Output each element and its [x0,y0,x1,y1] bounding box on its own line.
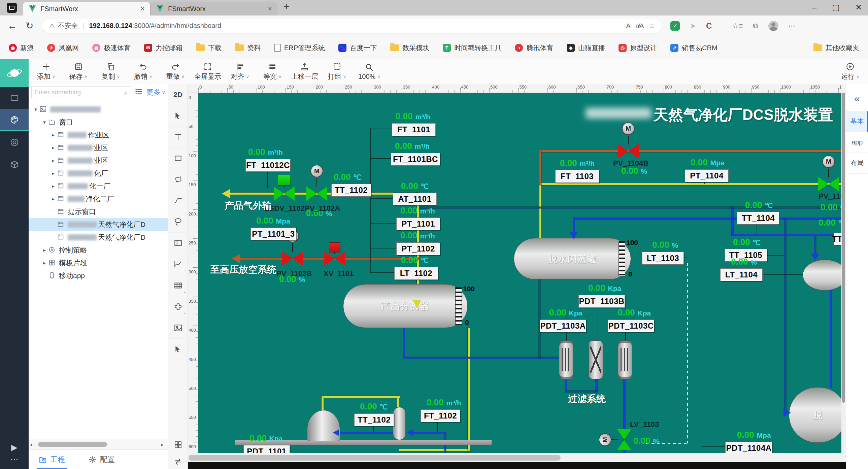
tag-TT_1104[interactable]: TT_1104 [737,212,779,225]
adblock-extension-icon[interactable]: ✓ [670,21,680,31]
collapse-panel-icon[interactable]: « [854,84,860,111]
tree-search[interactable]: ⌕ [31,86,131,98]
tree-node-化厂[interactable]: ▸化厂 [29,167,168,180]
tag-PT_1101_3[interactable]: PT_1101_3 [250,228,296,240]
tree-node-redacted[interactable]: ▾ [29,103,168,116]
tree-node-业区[interactable]: ▸业区 [29,142,168,154]
url-field[interactable]: ⚠不安全 | 192.168.0.124:3000/#/admin/hmi/da… [42,19,661,33]
bookmark-sports[interactable]: ◍极速体育 [92,43,131,53]
toolbar-align-button[interactable]: 对齐∨ [224,62,256,81]
tree-node-窗口[interactable]: ▾窗口 [29,116,168,129]
tab-close-icon[interactable]: × [141,4,145,13]
toolbar-group-button[interactable]: 打组∨ [321,62,353,81]
tag-PDT_1103B[interactable]: PDT_1103B [579,295,625,308]
canvas-hscrollbar[interactable] [188,453,846,462]
scrollbar-handle[interactable] [842,93,845,403]
tag-FT_1102[interactable]: FT_1102 [421,409,460,422]
tag-PDT_1103C[interactable]: PDT_1103C [608,319,654,332]
tag-FT_1101[interactable]: FT_1101 [392,123,436,136]
more-icon[interactable]: ⋯ [10,455,19,464]
window-minimize-button[interactable]: – [812,3,816,12]
valve[interactable] [274,187,294,201]
tree-node-移动app[interactable]: 移动app [29,269,168,282]
valve[interactable] [306,187,327,201]
security-warning[interactable]: ⚠不安全 [49,21,78,30]
back-icon[interactable]: ← [7,21,17,31]
panel-tab-配置[interactable]: 配置 [89,450,115,469]
tag-LT_1104[interactable]: LT_1104 [720,268,763,281]
expand-icon[interactable]: › [183,247,187,251]
tree-node-天然气净化厂D[interactable]: 天然气净化厂D [29,218,168,231]
collections-icon[interactable]: ☆≡ [732,22,743,30]
chevron-down-icon[interactable]: ∨ [149,74,153,79]
search-icon[interactable]: ⌕ [124,89,128,96]
tree-node-提示窗口[interactable]: 提示窗口 [29,206,168,218]
tag-TT_11[interactable]: TT_11 [834,233,841,245]
tool-image[interactable]: › [168,317,188,339]
bookmark-cat[interactable]: ◆山猫直播 [567,43,605,53]
caret-down-icon[interactable]: ▾ [32,106,39,113]
tool-freeform[interactable] [168,212,188,233]
tree-node-控制策略[interactable]: ▸控制策略 [29,244,168,256]
tag-PT_1104[interactable]: PT_1104 [685,169,728,182]
chevron-down-icon[interactable]: ∨ [856,74,860,79]
caret-right-icon[interactable]: ▸ [41,247,48,253]
caret-right-icon[interactable]: ▸ [50,196,57,202]
tool-pipe[interactable] [168,190,188,212]
chevron-down-icon[interactable]: ∨ [278,74,282,79]
tool-select[interactable] [168,105,188,127]
toolbar-copy-button[interactable]: 复制∨ [95,62,127,81]
favorite-star-icon[interactable]: ☆ [649,22,655,30]
copilot-copy-icon[interactable]: ⧉ [753,22,758,30]
tree-node-业区[interactable]: ▸业区 [29,154,168,167]
toolbar-save-button[interactable]: 保存∨ [62,62,95,81]
window-close-button[interactable]: ✕ [855,3,862,12]
scroll-left-icon[interactable]: ◂ [30,442,35,447]
expand-icon[interactable]: › [183,353,187,357]
tab-close-icon[interactable]: × [268,4,272,13]
tool-rectangle[interactable] [168,148,188,169]
tag-PT_1101[interactable]: PT_1101 [396,218,440,230]
toolbar-redo-button[interactable]: 重做∨ [159,62,192,81]
swap-icon[interactable] [174,458,182,466]
bookmark-sina[interactable]: ◉新浪 [9,43,34,53]
tag-TT_1102[interactable]: TT_1102 [354,413,394,426]
tool-chart[interactable]: › [168,254,188,275]
tool-widget[interactable]: › [168,296,188,317]
tag-PDT_1101[interactable]: PDT_1101 [243,445,290,453]
property-tab-布局[interactable]: 布局 [846,153,868,174]
tag-FT_11012C[interactable]: FT_11012C [245,159,290,172]
tool-pointer-extra[interactable]: › [168,339,188,360]
tag-FT_1103[interactable]: FT_1103 [555,170,599,183]
extension-gray-icon[interactable]: ➤ [690,22,696,30]
tag-AT_1101[interactable]: AT_1101 [393,193,437,206]
run-button[interactable]: 运行∨ [836,62,865,81]
toolbar-plus-button[interactable]: 添加∨ [30,62,62,81]
extension-c-icon[interactable]: C [706,21,712,31]
bookmark-tool[interactable]: T时间戳转换工具 [443,43,501,53]
translate-icon[interactable]: a̸A [636,22,644,30]
tag-PDT_1103A[interactable]: PDT_1103A [540,319,586,332]
tool-table[interactable]: › [168,275,188,296]
bookmark-pin[interactable]: ◎原型设计 [619,43,657,53]
tree-node-净化二厂[interactable]: ▸净化二厂 [29,193,168,206]
caret-right-icon[interactable]: ▸ [50,183,57,189]
expand-icon[interactable]: › [183,290,187,293]
bookmark-folder[interactable]: 数采模块 [390,43,429,53]
panel-tab-工程[interactable]: 工程 [39,450,65,469]
bookmark-folder[interactable]: 资料 [235,43,260,53]
profile-avatar[interactable] [768,21,778,31]
bookmark-paw[interactable]: 🐾百度一下 [338,43,377,53]
bookmark-mail[interactable]: ✉力控邮箱 [144,43,183,53]
refresh-icon[interactable]: ↻ [26,20,33,31]
read-aloud-icon[interactable]: A [626,22,631,30]
chevron-down-icon[interactable]: ∨ [117,74,120,79]
chevron-down-icon[interactable]: ∨ [343,74,346,79]
tree-node-模板片段[interactable]: ▸模板片段 [29,256,168,269]
bookmark-doc[interactable]: ERP管理系统 [274,43,325,53]
search-input[interactable] [34,89,124,96]
expand-icon[interactable]: › [183,311,187,315]
tree-hscrollbar[interactable]: ◂ ▸ [29,439,168,449]
bookmark-globe[interactable]: ◑腾讯体育 [515,43,553,53]
toolbar-fullscreen-button[interactable]: 全屏显示 [192,62,224,81]
